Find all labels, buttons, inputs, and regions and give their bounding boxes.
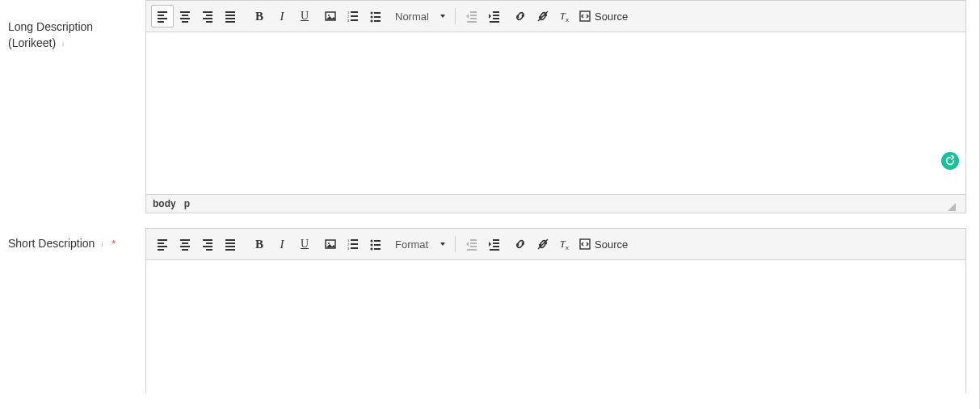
- bold-button[interactable]: B: [248, 5, 271, 27]
- label-text: Short Description: [8, 237, 95, 250]
- short-description-content[interactable]: [146, 260, 965, 394]
- align-left-button[interactable]: [151, 5, 174, 27]
- align-center-button[interactable]: [174, 5, 196, 27]
- long-description-row: Long Description (Lorikeet) i B I U: [0, 0, 966, 213]
- align-justify-button[interactable]: [219, 233, 242, 255]
- remove-format-button[interactable]: [554, 5, 577, 27]
- link-button[interactable]: [509, 5, 532, 27]
- unlink-button[interactable]: [532, 5, 554, 27]
- source-icon: [578, 10, 591, 23]
- source-icon: [578, 238, 591, 251]
- paragraph-format-dropdown[interactable]: Normal: [387, 5, 450, 27]
- source-label: Source: [595, 11, 628, 23]
- editor-toolbar: B I U Format: [146, 229, 965, 260]
- remove-format-button[interactable]: [554, 233, 577, 255]
- long-description-label: Long Description (Lorikeet) i: [8, 0, 145, 51]
- source-button[interactable]: Source: [577, 5, 634, 27]
- short-description-editor: B I U Format: [145, 228, 966, 394]
- resize-grip[interactable]: [948, 203, 956, 211]
- toolbar-separator: [455, 236, 456, 252]
- align-right-button[interactable]: [196, 5, 219, 27]
- path-p[interactable]: p: [184, 198, 190, 209]
- bullet-list-button[interactable]: [364, 233, 387, 255]
- short-description-row: Short Description i * B I U: [0, 228, 966, 394]
- underline-button[interactable]: U: [293, 5, 316, 27]
- toolbar-separator: [455, 8, 456, 24]
- align-center-button[interactable]: [174, 233, 196, 255]
- outdent-button[interactable]: [461, 233, 483, 255]
- underline-button[interactable]: U: [293, 233, 316, 255]
- link-button[interactable]: [509, 233, 532, 255]
- label-line2: (Lorikeet): [8, 36, 56, 49]
- format-label: Format: [395, 238, 428, 251]
- image-button[interactable]: [319, 5, 342, 27]
- long-description-content[interactable]: [146, 32, 965, 194]
- editor-toolbar: B I U Normal: [146, 1, 965, 32]
- align-justify-button[interactable]: [219, 5, 242, 27]
- outdent-button[interactable]: [461, 5, 483, 27]
- format-label: Normal: [395, 11, 429, 23]
- indent-button[interactable]: [483, 233, 506, 255]
- editor-element-path: body p: [146, 194, 965, 213]
- image-button[interactable]: [319, 233, 342, 255]
- bullet-list-button[interactable]: [364, 5, 387, 27]
- numbered-list-button[interactable]: [342, 233, 364, 255]
- long-description-editor: B I U Normal: [145, 0, 966, 213]
- path-body[interactable]: body: [153, 198, 176, 209]
- numbered-list-button[interactable]: [342, 5, 364, 27]
- unlink-button[interactable]: [532, 233, 554, 255]
- source-label: Source: [595, 238, 628, 251]
- grammarly-badge-icon[interactable]: [941, 152, 959, 170]
- source-button[interactable]: Source: [577, 233, 634, 255]
- info-icon[interactable]: i: [98, 240, 106, 248]
- chevron-down-icon: [440, 15, 445, 18]
- info-icon[interactable]: i: [59, 40, 67, 48]
- short-description-label: Short Description i *: [8, 228, 145, 252]
- align-right-button[interactable]: [196, 233, 219, 255]
- paragraph-format-dropdown[interactable]: Format: [387, 233, 450, 255]
- align-left-button[interactable]: [151, 233, 174, 255]
- chevron-down-icon: [440, 242, 445, 246]
- italic-button[interactable]: I: [271, 5, 293, 27]
- indent-button[interactable]: [483, 5, 506, 27]
- label-line1: Long Description: [8, 20, 93, 33]
- required-indicator: *: [111, 238, 116, 250]
- bold-button[interactable]: B: [248, 233, 271, 255]
- italic-button[interactable]: I: [271, 233, 293, 255]
